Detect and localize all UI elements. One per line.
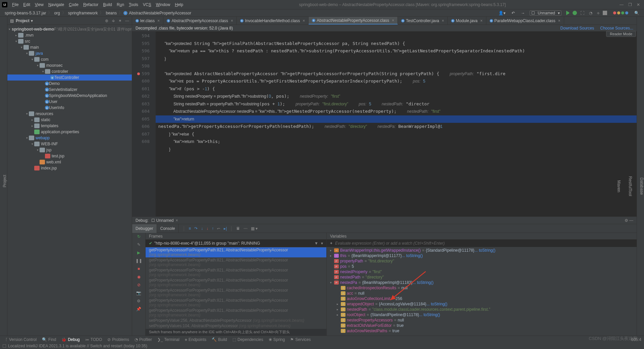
- crumb[interactable]: beans: [104, 11, 118, 15]
- variable-row[interactable]: ▸frootObject = {StandardPipeline@11178} …: [327, 312, 637, 317]
- reader-mode-banner[interactable]: Reader Mode: [606, 31, 636, 37]
- search-icon[interactable]: 🔍: [633, 11, 641, 15]
- add-watch-icon[interactable]: +: [330, 241, 332, 246]
- status-item-services[interactable]: ⚑Services: [287, 337, 313, 342]
- stack-frame[interactable]: setPropertyValue:256, AbstractNestablePr…: [146, 318, 326, 323]
- tree-node[interactable]: ▾webapp: [7, 135, 132, 141]
- stack-frame[interactable]: getPropertyAccessorForPropertyPath:821, …: [146, 257, 326, 267]
- tree-node[interactable]: ▸static: [7, 117, 132, 123]
- choose-sources-link[interactable]: Choose Sources...: [600, 26, 633, 31]
- minimize-icon[interactable]: —: [620, 2, 624, 7]
- box-icon[interactable]: [3, 344, 6, 348]
- tree-node[interactable]: index.jsp: [7, 165, 132, 171]
- crumb[interactable]: spring-beans-5.3.17.jar: [3, 11, 47, 15]
- rail-database[interactable]: Database: [639, 176, 644, 196]
- variables-list[interactable]: ▸∞BeanWrapperImpl.this.getWrappedInstanc…: [327, 247, 637, 336]
- evaluate-input[interactable]: + Evaluate expression (Enter) or add a w…: [327, 240, 637, 247]
- tree-node[interactable]: ▾main: [7, 44, 132, 50]
- tree-node[interactable]: ▸.mvn: [7, 32, 132, 38]
- editor-tab[interactable]: cAbstractNestablePropertyAccessor.class×: [309, 17, 398, 24]
- menu-run[interactable]: Run: [115, 2, 126, 8]
- variable-row[interactable]: PnestedPath = "directory": [327, 275, 637, 280]
- download-sources-link[interactable]: Download Sources: [560, 26, 594, 31]
- tree-node[interactable]: ▾com: [7, 56, 132, 62]
- status-item-todo[interactable]: ≔TODO: [83, 337, 105, 342]
- debug-icon[interactable]: [573, 11, 577, 15]
- editor-tab[interactable]: cInvocableHandlerMethod.class×: [237, 17, 309, 24]
- menu-build[interactable]: Build: [101, 2, 114, 8]
- inspection-dots[interactable]: [612, 11, 630, 14]
- debugger-tab[interactable]: Debugger: [132, 224, 157, 233]
- tree-node[interactable]: ▸templates: [7, 123, 132, 129]
- trace-icon[interactable]: ⋯: [244, 226, 248, 231]
- pin-icon[interactable]: 📌: [136, 307, 141, 311]
- force-step-into-icon[interactable]: ↓: [206, 226, 208, 231]
- menu-navigate[interactable]: Navigate: [46, 2, 66, 8]
- code-editor[interactable]: 5945955965975985996006016026036046056066…: [132, 32, 637, 216]
- variable-row[interactable]: fautoGrowNestedPaths = true: [327, 328, 637, 334]
- step-into-icon[interactable]: ↓: [201, 226, 203, 231]
- tree-node[interactable]: cDemo: [7, 81, 132, 87]
- variable-row[interactable]: Ppos = 5: [327, 264, 637, 269]
- stack-frame[interactable]: getPropertyAccessorForPropertyPath:821, …: [146, 247, 326, 257]
- variable-row[interactable]: ▸∞BeanWrapperImpl.this.getWrappedInstanc…: [327, 248, 637, 253]
- step-out-icon[interactable]: ↑: [212, 226, 214, 231]
- tree-node[interactable]: ▾jsp: [7, 147, 132, 153]
- tree-node[interactable]: cTestController: [7, 74, 132, 81]
- menu-file[interactable]: File: [10, 2, 20, 8]
- stack-frame[interactable]: getPropertyAccessorForPropertyPath:821, …: [146, 267, 326, 278]
- dropdown-icon[interactable]: ▾: [321, 241, 323, 246]
- layout-icon[interactable]: ▦ ▾: [251, 226, 261, 231]
- editor-tab[interactable]: cAbstractPropertyAccessor.class×: [163, 17, 237, 24]
- tree-node[interactable]: web.xml: [7, 159, 132, 165]
- status-item-build[interactable]: 🔨Build: [209, 337, 230, 342]
- crumb[interactable]: springframework: [67, 11, 99, 15]
- drop-frame-icon[interactable]: ⤺: [217, 226, 220, 231]
- pause-icon[interactable]: ❚❚: [136, 258, 142, 263]
- stop-icon[interactable]: [603, 11, 607, 15]
- variable-row[interactable]: ▸fwrappedObject = {AccessLogValve@11184}…: [327, 301, 637, 307]
- collapse-icon[interactable]: ✶: [118, 18, 122, 23]
- frames-list[interactable]: getPropertyAccessorForPropertyPath:821, …: [146, 247, 326, 329]
- menu-window[interactable]: Window: [154, 2, 172, 8]
- tree-node[interactable]: ▾resources: [7, 111, 132, 117]
- project-tree[interactable]: ▾springboot-web-demo F:\暗月\2021\Java安全\j…: [7, 25, 132, 336]
- status-item-problems[interactable]: ⊘Problems: [105, 337, 132, 342]
- console-tab[interactable]: Console: [157, 224, 179, 233]
- variable-row[interactable]: ▾PnestedPa = {BeanWrapperImpl@11183} ...…: [327, 280, 637, 285]
- show-exec-icon[interactable]: ≡: [189, 226, 191, 231]
- variable-row[interactable]: fautoGrowCollectionLimit = 256: [327, 296, 637, 301]
- variable-row[interactable]: ▸≡this = {BeanWrapperImpl@11177} ... toS…: [327, 253, 637, 258]
- status-item-debug[interactable]: 🐞Debug: [59, 337, 82, 342]
- evaluate-icon[interactable]: 🖩: [236, 226, 240, 231]
- nav-back-icon[interactable]: ↶: [510, 11, 516, 15]
- menu-view[interactable]: View: [33, 2, 46, 8]
- view-bp-icon[interactable]: ◉: [137, 275, 141, 279]
- menu-refactor[interactable]: Refactor: [81, 2, 100, 8]
- project-view-icon[interactable]: ▤: [10, 18, 14, 23]
- menu-code[interactable]: Code: [67, 2, 80, 8]
- tree-node[interactable]: ▾src: [7, 38, 132, 44]
- stack-frame[interactable]: getPropertyAccessorForPropertyPath:821, …: [146, 278, 326, 288]
- menu-help[interactable]: Help: [173, 2, 185, 8]
- run-to-cursor-icon[interactable]: ▸|: [224, 226, 227, 231]
- run-icon[interactable]: [566, 11, 571, 15]
- crumb[interactable]: org: [53, 11, 61, 15]
- stack-frame[interactable]: getPropertyAccessorForPropertyPath:821, …: [146, 288, 326, 298]
- menu-edit[interactable]: Edit: [21, 2, 32, 8]
- status-item-endpoints[interactable]: ⎈Endpoints: [182, 337, 209, 342]
- expand-icon[interactable]: ≑: [112, 18, 115, 23]
- tree-node[interactable]: ▾WEB-INF: [7, 141, 132, 147]
- editor-tab[interactable]: cModule.java×: [448, 17, 486, 24]
- nav-fwd-icon[interactable]: →: [520, 11, 526, 15]
- stack-frame[interactable]: setPropertyValues:104, AbstractPropertyA…: [146, 323, 326, 329]
- run-config-selector[interactable]: ☐ Unnamed ▾: [530, 10, 561, 16]
- crumb[interactable]: AbstractNestablePropertyAccessor: [127, 11, 193, 15]
- maximize-icon[interactable]: ❐: [628, 2, 632, 7]
- select-opened-icon[interactable]: ⊕: [105, 18, 108, 23]
- status-item-spring[interactable]: ❀Spring: [266, 337, 288, 342]
- stack-frame[interactable]: getPropertyAccessorForPropertyPath:821, …: [146, 298, 326, 308]
- variable-row[interactable]: PnestedProperty = "first": [327, 269, 637, 275]
- tree-node[interactable]: test.jsp: [7, 153, 132, 159]
- status-item-terminal[interactable]: ❯_Terminal: [155, 337, 182, 342]
